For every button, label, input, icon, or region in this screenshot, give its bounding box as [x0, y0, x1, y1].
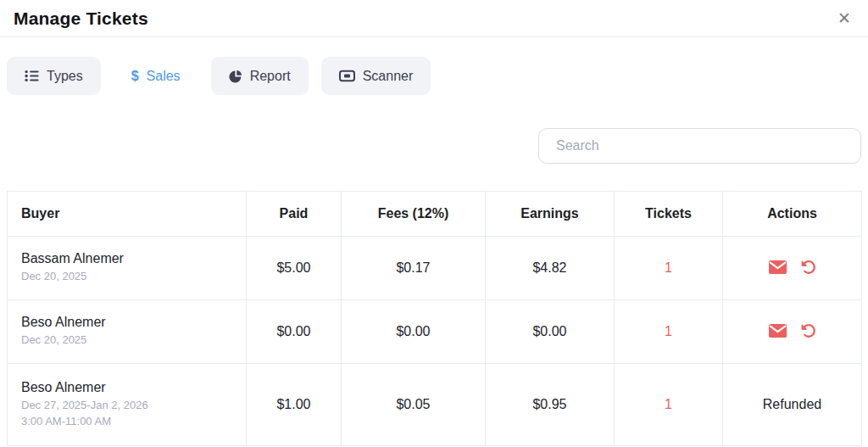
- column-header-actions: Actions: [723, 192, 862, 237]
- paid-cell: $5.00: [247, 237, 342, 300]
- buyer-name: Beso Alnemer: [21, 380, 237, 395]
- actions-cell: [723, 300, 862, 364]
- email-button[interactable]: [769, 324, 787, 338]
- column-header-fees: Fees (12%): [342, 192, 486, 237]
- pie-chart-icon: [229, 70, 242, 83]
- earnings-cell: $0.00: [486, 300, 615, 364]
- tab-sales[interactable]: $ Sales: [114, 57, 198, 95]
- column-header-earnings: Earnings: [486, 192, 615, 237]
- refund-button[interactable]: [801, 323, 816, 338]
- tab-scanner-label: Scanner: [363, 69, 414, 84]
- buyer-cell: Beso Alnemer Dec 20, 2025: [8, 300, 247, 364]
- tab-types-label: Types: [47, 69, 83, 84]
- tab-scanner[interactable]: Scanner: [321, 57, 431, 95]
- search-row: [7, 128, 861, 164]
- refund-button[interactable]: [801, 260, 816, 275]
- envelope-icon: [769, 260, 787, 274]
- tickets-count: 1: [615, 364, 723, 446]
- purchase-date: Dec 20, 2025: [21, 269, 237, 285]
- buyer-name: Bassam Alnemer: [21, 251, 237, 266]
- list-icon: [25, 70, 39, 82]
- purchase-date: Dec 27, 2025-Jan 2, 2026: [21, 398, 237, 414]
- buyer-cell: Bassam Alnemer Dec 20, 2025: [8, 237, 247, 300]
- email-button[interactable]: [769, 260, 787, 274]
- purchase-date: Dec 20, 2025: [21, 332, 237, 349]
- table-row: Beso Alnemer Dec 27, 2025-Jan 2, 2026 3:…: [8, 364, 862, 446]
- earnings-cell: $4.82: [486, 237, 615, 300]
- refunded-status: Refunded: [763, 397, 821, 411]
- actions-cell: [723, 237, 862, 300]
- fees-cell: $0.05: [342, 364, 486, 446]
- modal-header: Manage Tickets ✕: [0, 0, 868, 37]
- tab-bar: Types $ Sales Report Scanner: [7, 57, 861, 95]
- manage-tickets-modal: Manage Tickets ✕ Types $ Sales: [0, 0, 868, 446]
- earnings-cell: $0.95: [486, 364, 615, 446]
- buyer-name: Beso Alnemer: [21, 315, 237, 330]
- purchase-time: 3:00 AM-11:00 AM: [21, 414, 237, 430]
- search-input[interactable]: [538, 128, 861, 164]
- ticket-icon: [339, 70, 355, 82]
- table-row: Beso Alnemer Dec 20, 2025 $0.00 $0.00 $0…: [8, 300, 862, 364]
- paid-cell: $1.00: [247, 364, 342, 446]
- undo-refund-icon: [801, 260, 816, 275]
- envelope-icon: [769, 324, 787, 338]
- column-header-buyer: Buyer: [8, 192, 247, 237]
- table-header-row: Buyer Paid Fees (12%) Earnings Tickets A…: [8, 192, 862, 237]
- tab-types[interactable]: Types: [7, 57, 101, 95]
- sales-table: Buyer Paid Fees (12%) Earnings Tickets A…: [7, 191, 862, 446]
- tab-report-label: Report: [250, 69, 291, 84]
- actions-cell: Refunded: [723, 364, 862, 446]
- tickets-count: 1: [615, 300, 723, 364]
- tab-sales-label: Sales: [147, 69, 181, 84]
- fees-cell: $0.17: [342, 237, 486, 300]
- tickets-count: 1: [615, 237, 723, 300]
- tab-report[interactable]: Report: [211, 57, 309, 95]
- paid-cell: $0.00: [247, 300, 342, 364]
- undo-refund-icon: [801, 323, 816, 338]
- column-header-paid: Paid: [247, 192, 342, 237]
- table-row: Bassam Alnemer Dec 20, 2025 $5.00 $0.17 …: [8, 237, 862, 300]
- column-header-tickets: Tickets: [615, 192, 723, 237]
- buyer-cell: Beso Alnemer Dec 27, 2025-Jan 2, 2026 3:…: [8, 364, 247, 446]
- fees-cell: $0.00: [342, 300, 486, 364]
- dollar-icon: $: [131, 69, 139, 84]
- close-icon[interactable]: ✕: [834, 7, 854, 30]
- page-title: Manage Tickets: [14, 8, 148, 29]
